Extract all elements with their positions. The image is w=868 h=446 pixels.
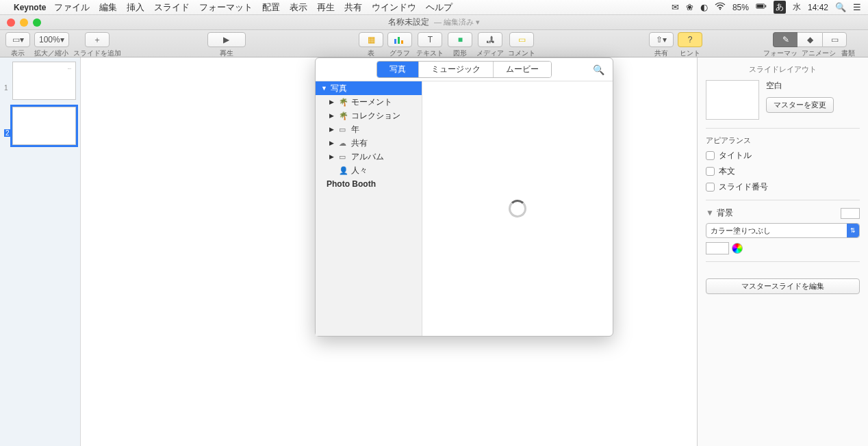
media-source-list[interactable]: ▼写真 ▶🌴モーメント ▶🌴コレクション ▶▭年 ▶☁共有 ▶▭アルバム ▶👤人… [316,81,422,336]
change-master-button[interactable]: マスターを変更 [766,97,834,113]
background-heading: 背景 [717,208,733,218]
source-albums[interactable]: ▶▭アルバム [316,150,422,163]
fill-type-select[interactable]: カラー塗りつぶし⇅ [706,223,860,238]
document-tab[interactable]: ▭ [822,32,847,47]
add-slide-button[interactable]: ＋ [85,32,110,47]
document-edited-indicator[interactable]: — 編集済み ▾ [434,18,480,26]
spotlight-icon[interactable]: 🔍 [835,2,846,12]
source-moments[interactable]: ▶🌴モーメント [316,95,422,109]
svg-rect-5 [398,37,400,44]
menu-play[interactable]: 再生 [317,1,335,14]
sync-icon[interactable]: ◐ [700,2,708,12]
media-tabs: 写真 ミュージック ムービー [376,61,552,78]
wifi-icon[interactable] [715,1,726,13]
battery-percent: 85% [732,3,749,12]
menu-format[interactable]: フォーマット [199,1,253,14]
menu-edit[interactable]: 編集 [99,1,117,14]
media-button[interactable]: 🏞 [478,32,502,47]
control-center-icon[interactable]: ☰ [853,2,861,12]
zoom-button[interactable]: 100%▾ [34,32,69,47]
source-photobooth[interactable]: Photo Booth [316,177,422,191]
menu-help[interactable]: ヘルプ [426,1,452,14]
menu-slide[interactable]: スライド [154,1,190,14]
body-checkbox-label: 本文 [719,166,735,177]
play-label: 再生 [220,49,233,58]
inspector-title: スライドレイアウト [706,64,860,75]
app-name[interactable]: Keynote [14,3,46,12]
svg-rect-4 [394,39,396,44]
document-title[interactable]: 名称未設定 [388,17,429,27]
table-button[interactable]: ▦ [359,32,383,47]
source-years[interactable]: ▶▭年 [316,122,422,136]
search-icon[interactable]: 🔍 [593,64,604,75]
mac-menubar: Keynote ファイル 編集 挿入 スライド フォーマット 配置 表示 再生 … [0,0,868,15]
menu-arrange[interactable]: 配置 [262,1,280,14]
media-tab-photos[interactable]: 写真 [377,62,419,77]
disclosure-icon[interactable]: ▼ [706,208,714,218]
svg-rect-2 [757,5,764,8]
layout-name: 空白 [766,80,860,92]
gmail-icon[interactable]: ✉ [672,2,679,12]
color-swatch[interactable] [706,242,729,254]
toolbar: ▭▾ 表示 100%▾ 拡大／縮小 ＋ スライドを追加 ▶ 再生 ▦ 表 グラフ… [0,30,868,57]
source-shared[interactable]: ▶☁共有 [316,136,422,150]
svg-rect-3 [765,5,767,7]
clock-day[interactable]: 水 [793,1,801,13]
add-slide-label: スライドを追加 [73,49,121,58]
window-titlebar: 名称未設定 — 編集済み ▾ [0,15,868,30]
close-window-button[interactable] [7,18,15,27]
animate-tab[interactable]: ◆ [797,32,822,47]
appearance-heading: アピアランス [706,135,860,146]
slidenum-checkbox-label: スライド番号 [719,181,768,193]
background-colorwell[interactable] [841,208,860,219]
menu-share[interactable]: 共有 [344,1,362,14]
share-button[interactable]: ⇧▾ [649,32,674,47]
slide-thumbnail-2[interactable] [12,107,76,145]
media-tab-music[interactable]: ミュージック [419,62,494,77]
hint-button[interactable]: ? [678,32,702,47]
source-photos-root[interactable]: ▼写真 [316,81,422,95]
minimize-window-button[interactable] [20,18,28,27]
edit-master-button[interactable]: マスタースライドを編集 [706,278,860,294]
media-browser-popover: 写真 ミュージック ムービー 🔍 ▼写真 ▶🌴モーメント ▶🌴コレクション ▶▭… [315,57,613,337]
layout-preview [706,80,759,120]
clock-time[interactable]: 14:42 [808,3,828,12]
slide-thumbnail-1[interactable]: ---- [12,62,76,100]
source-collections[interactable]: ▶🌴コレクション [316,109,422,122]
svg-point-0 [719,9,721,10]
status-icon[interactable]: ❀ [686,2,693,12]
view-label: 表示 [11,49,25,58]
menu-file[interactable]: ファイル [54,1,90,14]
comment-button[interactable]: ▭ [509,32,534,47]
media-content-area [422,81,613,336]
media-tab-movies[interactable]: ムービー [494,62,551,77]
loading-spinner-icon [509,200,526,218]
format-inspector: スライドレイアウト 空白 マスターを変更 アピアランス タイトル 本文 スライド… [697,57,868,446]
text-button[interactable]: T [418,32,442,47]
ime-indicator[interactable]: あ [774,1,786,14]
zoom-window-button[interactable] [33,18,41,27]
color-wheel-icon[interactable] [732,243,743,254]
slidenum-checkbox[interactable] [706,183,715,192]
slide-navigator[interactable]: ---- 1 2 [0,57,81,446]
title-checkbox-label: タイトル [719,150,752,161]
body-checkbox[interactable] [706,167,715,176]
battery-icon[interactable] [756,1,767,13]
source-people[interactable]: ▶👤人々 [316,163,422,177]
format-tab[interactable]: ✎ [773,32,797,47]
menu-insert[interactable]: 挿入 [127,1,144,14]
chart-button[interactable] [387,32,412,47]
menu-view[interactable]: 表示 [290,1,307,14]
shape-button[interactable]: ■ [448,32,472,47]
zoom-label: 拡大／縮小 [34,49,68,58]
menu-window[interactable]: ウインドウ [372,1,416,14]
play-button[interactable]: ▶ [207,32,246,47]
svg-rect-6 [401,40,403,44]
title-checkbox[interactable] [706,151,715,160]
view-button[interactable]: ▭▾ [5,32,30,47]
